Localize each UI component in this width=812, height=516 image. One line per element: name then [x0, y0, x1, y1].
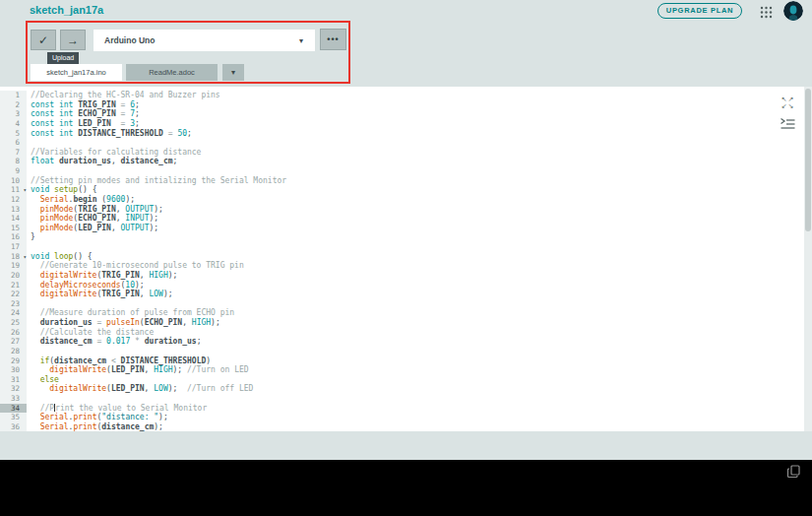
line-number[interactable]: 26	[0, 328, 27, 338]
code-line[interactable]: 6	[0, 138, 804, 148]
line-number[interactable]: 34	[0, 404, 27, 414]
code-line[interactable]: 22 digitalWrite(TRIG_PIN, LOW);	[0, 290, 804, 299]
code-line[interactable]: 15 pinMode(LED_PIN, OUTPUT);	[0, 224, 804, 233]
code-line[interactable]: 20 digitalWrite(TRIG_PIN, HIGH);	[0, 271, 804, 281]
fold-marker-icon[interactable]: ▾	[23, 185, 27, 195]
line-number[interactable]: 27	[0, 337, 27, 347]
copy-icon[interactable]	[786, 464, 802, 480]
apps-grid-icon[interactable]	[760, 5, 773, 18]
line-number[interactable]: 14	[0, 214, 27, 224]
upload-button[interactable]: →	[60, 30, 86, 50]
outline-icon[interactable]	[780, 116, 796, 129]
code-line[interactable]: 23	[0, 299, 804, 309]
line-number[interactable]: 5	[0, 129, 27, 139]
editor-scrollbar[interactable]	[804, 87, 812, 431]
code-line[interactable]: 28	[0, 347, 804, 356]
line-number[interactable]: 36	[0, 422, 27, 431]
line-number[interactable]: 32	[0, 384, 27, 394]
tab-sketch-ino[interactable]: sketch_jan17a.ino	[31, 64, 122, 81]
code-line[interactable]: 21 delayMicroseconds(10);	[0, 281, 804, 290]
code-line[interactable]: 30 digitalWrite(LED_PIN, HIGH); //Turn o…	[0, 365, 804, 375]
code-line[interactable]: 8float duration_us, distance_cm;	[0, 157, 804, 166]
code-line[interactable]: 29 if(distance_cm < DISTANCE_THRESHOLD)	[0, 356, 804, 366]
board-selector-label: Arduino Uno	[94, 35, 155, 45]
code-line[interactable]: 31 else	[0, 375, 804, 385]
board-selector[interactable]: Arduino Uno ▾	[94, 30, 315, 51]
code-line[interactable]: 19 //Generate 10-microsecond pulse to TR…	[0, 261, 804, 271]
line-number[interactable]: 17	[0, 242, 27, 252]
line-number[interactable]: 35	[0, 413, 27, 422]
code-line[interactable]: 36 Serial.print(distance_cm);	[0, 422, 804, 431]
line-number[interactable]: 10	[0, 176, 27, 186]
line-number[interactable]: 2	[0, 100, 27, 110]
line-number[interactable]: 33	[0, 394, 27, 404]
code-line[interactable]: 11▾void setup() {	[0, 185, 804, 195]
code-line[interactable]: 16}	[0, 232, 804, 242]
top-header: sketch_jan17a UPGRADE PLAN	[0, 0, 812, 22]
code-line[interactable]: 10//Setting pin modes and intializing th…	[0, 176, 804, 186]
code-line[interactable]: 26 //Calculate the distance	[0, 328, 804, 338]
code-line[interactable]: 13 pinMode(TRIG_PIN, OUTPUT);	[0, 205, 804, 215]
code-line[interactable]: 4const int LED_PIN = 3;	[0, 119, 804, 129]
scrollbar-thumb[interactable]	[805, 89, 811, 231]
fullscreen-icon[interactable]: ↖↗↙↘	[780, 96, 796, 110]
code-editor[interactable]: 1//Declaring the HC-SR-04 and Buzzer pin…	[0, 87, 804, 431]
line-number[interactable]: 20	[0, 271, 27, 281]
code-line[interactable]: 3const int ECHO_PIN = 7;	[0, 109, 804, 119]
line-number[interactable]: 22	[0, 290, 27, 299]
code-line[interactable]: 18▾void loop() {	[0, 252, 804, 262]
code-line[interactable]: 5const int DISTANCE_THRESHOLD = 50;	[0, 129, 804, 139]
code-line-content: //Variables for calculating distance	[27, 148, 201, 158]
more-options-button[interactable]: •••	[320, 29, 346, 50]
code-line[interactable]: 24 //Measure duration of pulse from ECHO…	[0, 308, 804, 318]
code-line[interactable]: 12 Serial.begin (9600);	[0, 195, 804, 205]
line-number[interactable]: 11▾	[0, 185, 27, 195]
line-number[interactable]: 18▾	[0, 252, 27, 262]
user-avatar[interactable]	[783, 1, 803, 21]
code-line[interactable]: 9	[0, 166, 804, 176]
line-number[interactable]: 30	[0, 365, 27, 375]
line-number[interactable]: 28	[0, 347, 27, 356]
code-line[interactable]: 7//Variables for calculating distance	[0, 148, 804, 158]
line-number[interactable]: 19	[0, 261, 27, 271]
line-number[interactable]: 9	[0, 166, 27, 176]
verify-button[interactable]: ✓	[31, 30, 56, 50]
line-number[interactable]: 8	[0, 157, 27, 166]
code-line-content: else	[27, 375, 59, 385]
line-number[interactable]: 1	[0, 91, 27, 100]
code-line[interactable]: 25 duration_us = pulseIn(ECHO_PIN, HIGH)…	[0, 318, 804, 328]
line-number[interactable]: 16	[0, 232, 27, 242]
tabs-dropdown-button[interactable]: ▾	[222, 64, 244, 81]
line-number[interactable]: 7	[0, 148, 27, 158]
code-line[interactable]: 1//Declaring the HC-SR-04 and Buzzer pin…	[0, 91, 804, 100]
code-line-content: //Print the value to Serial Monitor	[27, 404, 207, 414]
line-number[interactable]: 4	[0, 119, 27, 129]
code-line[interactable]: 14 pinMode(ECHO_PIN, INPUT);	[0, 214, 804, 224]
line-number[interactable]: 24	[0, 308, 27, 318]
code-line[interactable]: 2const int TRIG_PIN = 6;	[0, 100, 804, 110]
code-line-content	[27, 166, 31, 176]
line-number[interactable]: 13	[0, 205, 27, 215]
line-number[interactable]: 12	[0, 195, 27, 205]
fold-marker-icon[interactable]: ▾	[23, 252, 27, 262]
line-number[interactable]: 3	[0, 109, 27, 119]
code-line[interactable]: 27 distance_cm = 0.017 * duration_us;	[0, 337, 804, 347]
line-number[interactable]: 6	[0, 138, 27, 148]
line-number[interactable]: 31	[0, 375, 27, 385]
line-number[interactable]: 25	[0, 318, 27, 328]
highlight-rectangle: ✓ → Arduino Uno ▾ ••• Upload sketch_jan1…	[26, 21, 350, 84]
line-number[interactable]: 29	[0, 356, 27, 366]
code-line-content: pinMode(LED_PIN, OUTPUT);	[27, 224, 158, 233]
line-number[interactable]: 21	[0, 281, 27, 290]
line-number[interactable]: 15	[0, 224, 27, 233]
line-number[interactable]: 23	[0, 299, 27, 309]
tab-readme-adoc[interactable]: ReadMe.adoc	[126, 64, 218, 81]
upgrade-plan-button[interactable]: UPGRADE PLAN	[657, 3, 742, 19]
code-line[interactable]: 35 Serial.print("distance: ");	[0, 413, 804, 422]
code-line[interactable]: 17	[0, 242, 804, 252]
code-line[interactable]: 34 //Print the value to Serial Monitor	[0, 404, 804, 414]
code-line-content: const int LED_PIN = 3;	[27, 119, 140, 129]
code-line-content: digitalWrite(TRIG_PIN, LOW);	[27, 290, 173, 299]
code-line[interactable]: 32 digitalWrite(LED_PIN, LOW); //Turn of…	[0, 384, 804, 394]
code-line[interactable]: 33	[0, 394, 804, 404]
